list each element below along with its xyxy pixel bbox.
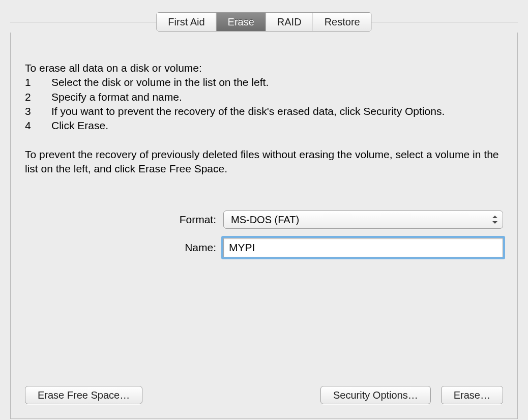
format-select-value: MS-DOS (FAT) (231, 214, 299, 226)
format-select[interactable]: MS-DOS (FAT) (223, 211, 503, 229)
step-text: Select the disk or volume in the list on… (51, 75, 503, 89)
name-input[interactable] (223, 238, 503, 257)
instructions-heading: To erase all data on a disk or volume: (25, 61, 503, 75)
updown-arrows-icon (492, 216, 497, 224)
step-number: 4 (25, 118, 51, 133)
step-text: If you want to prevent the recovery of t… (51, 104, 503, 118)
tabs: First Aid Erase RAID Restore (156, 12, 371, 32)
erase-panel: To erase all data on a disk or volume: 1… (10, 33, 518, 419)
step-number: 3 (25, 104, 51, 118)
button-row: Erase Free Space… Security Options… Eras… (25, 386, 503, 404)
step-text: Click Erase. (51, 118, 503, 133)
tab-bar: First Aid Erase RAID Restore (10, 12, 518, 33)
format-row: Format: MS-DOS (FAT) (25, 211, 503, 229)
disk-utility-erase-panel: First Aid Erase RAID Restore To erase al… (0, 0, 528, 420)
tab-raid[interactable]: RAID (266, 13, 313, 31)
name-row: Name: (25, 238, 503, 257)
format-label: Format: (25, 214, 223, 226)
name-label: Name: (25, 242, 223, 254)
erase-button[interactable]: Erase… (441, 386, 503, 404)
erase-form: Format: MS-DOS (FAT) Name: (25, 211, 503, 257)
step-text: Specify a format and name. (51, 90, 503, 104)
step-number: 2 (25, 90, 51, 104)
step-number: 1 (25, 75, 51, 89)
instruction-step: 1 Select the disk or volume in the list … (25, 75, 503, 89)
instruction-step: 2 Specify a format and name. (25, 90, 503, 104)
tab-first-aid[interactable]: First Aid (157, 13, 216, 31)
erase-free-space-button[interactable]: Erase Free Space… (25, 386, 142, 404)
instructions-footer: To prevent the recovery of previously de… (25, 147, 503, 176)
security-options-button[interactable]: Security Options… (320, 386, 431, 404)
instruction-step: 3 If you want to prevent the recovery of… (25, 104, 503, 118)
tab-erase[interactable]: Erase (217, 13, 266, 31)
instructions: To erase all data on a disk or volume: 1… (25, 61, 503, 176)
instruction-step: 4 Click Erase. (25, 118, 503, 133)
tab-restore[interactable]: Restore (313, 13, 371, 31)
